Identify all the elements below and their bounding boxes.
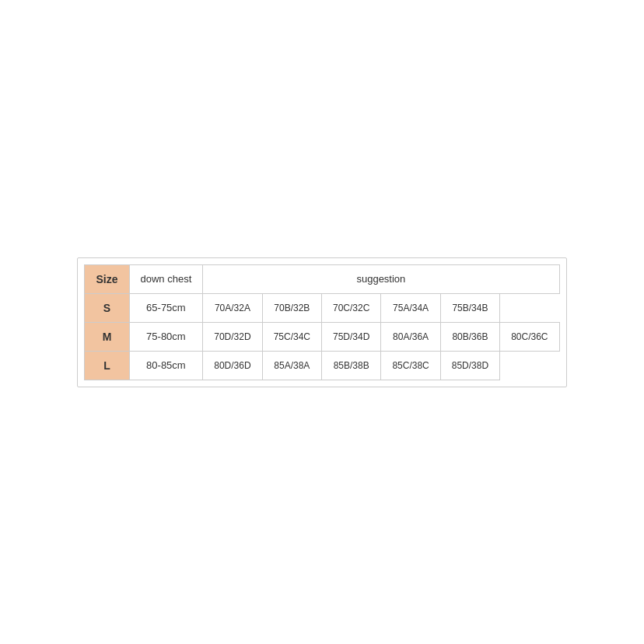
header-down-chest: down chest (129, 264, 203, 293)
measurement-l: 80-85cm (129, 351, 203, 380)
suggestion-s-3: 70C/32C (322, 293, 381, 322)
suggestion-m-1: 70D/32D (203, 322, 262, 351)
suggestion-l-2: 85A/38A (262, 351, 321, 380)
table-row-l: L 80-85cm 80D/36D 85A/38A 85B/38B 85C/38… (85, 351, 559, 380)
size-l: L (85, 351, 129, 380)
suggestion-s-4: 75A/34A (381, 293, 440, 322)
measurement-m: 75-80cm (129, 322, 203, 351)
suggestion-m-2: 75C/34C (262, 322, 321, 351)
suggestion-m-6: 80C/36C (500, 322, 559, 351)
suggestion-l-3: 85B/38B (322, 351, 381, 380)
suggestion-l-4: 85C/38C (381, 351, 440, 380)
size-chart-wrapper: Size down chest suggestion S 65-75cm 70A… (77, 257, 566, 387)
suggestion-m-3: 75D/34D (322, 322, 381, 351)
suggestion-l-5: 85D/38D (440, 351, 499, 380)
suggestion-m-4: 80A/36A (381, 322, 440, 351)
suggestion-s-2: 70B/32B (262, 293, 321, 322)
suggestion-m-5: 80B/36B (440, 322, 499, 351)
measurement-s: 65-75cm (129, 293, 203, 322)
table-row-s: S 65-75cm 70A/32A 70B/32B 70C/32C 75A/34… (85, 293, 559, 322)
size-chart-table: Size down chest suggestion S 65-75cm 70A… (84, 264, 559, 380)
header-size: Size (85, 264, 129, 293)
table-row-m: M 75-80cm 70D/32D 75C/34C 75D/34D 80A/36… (85, 322, 559, 351)
table-header-row: Size down chest suggestion (85, 264, 559, 293)
suggestion-s-1: 70A/32A (203, 293, 262, 322)
suggestion-s-5: 75B/34B (440, 293, 499, 322)
header-suggestion: suggestion (203, 264, 559, 293)
suggestion-l-1: 80D/36D (203, 351, 262, 380)
size-s: S (85, 293, 129, 322)
page-container: Size down chest suggestion S 65-75cm 70A… (0, 0, 644, 644)
size-m: M (85, 322, 129, 351)
